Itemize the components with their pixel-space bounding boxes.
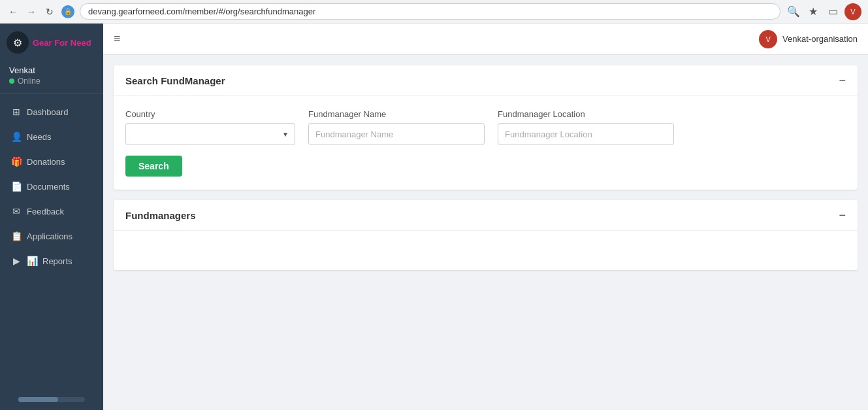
sidebar-item-label: Documents <box>27 182 70 192</box>
reports-icon: 📊 <box>27 256 37 266</box>
browser-chrome: ← → ↻ 🔒 devang.gearforneed.com/member/#/… <box>0 0 868 24</box>
url-bar[interactable]: devang.gearforneed.com/member/#/org/sear… <box>80 3 780 20</box>
forward-button[interactable]: → <box>25 5 38 18</box>
split-view-button[interactable]: ▭ <box>825 4 841 20</box>
search-card-body: Country Fundmanager Name <box>114 96 858 190</box>
fundmanagers-card-header: Fundmanagers − <box>114 200 858 231</box>
fundmanagers-card-body <box>114 231 858 270</box>
back-button[interactable]: ← <box>7 5 20 18</box>
dashboard-icon: ⊞ <box>11 107 22 117</box>
fundmanagers-card: Fundmanagers − <box>114 200 858 270</box>
content-below <box>114 281 858 410</box>
sidebar-username: Venkat <box>9 65 94 75</box>
donations-icon: 🎁 <box>11 156 22 167</box>
sidebar-item-label: Donations <box>27 157 65 167</box>
expand-icon: ▶ <box>11 256 22 266</box>
sidebar-status: Online <box>9 77 94 86</box>
search-fundmanager-card: Search FundManager − Country <box>114 65 858 190</box>
hamburger-button[interactable]: ≡ <box>114 32 121 46</box>
applications-icon: 📋 <box>11 231 22 241</box>
fundmanager-location-label: Fundmanager Location <box>498 109 674 119</box>
fundmanager-name-group: Fundmanager Name <box>308 109 485 145</box>
main-content: Search FundManager − Country <box>103 55 868 410</box>
fundmanager-name-input[interactable] <box>308 123 485 145</box>
header-user-avatar: V <box>759 30 777 48</box>
sidebar-logo: ⚙ Gear For Need <box>0 24 103 61</box>
sidebar-item-needs[interactable]: 👤 Needs <box>0 124 103 149</box>
reload-button[interactable]: ↻ <box>43 5 56 18</box>
sidebar: ⚙ Gear For Need Venkat Online ⊞ Dashboar… <box>0 24 103 410</box>
sidebar-item-applications[interactable]: 📋 Applications <box>0 224 103 248</box>
sidebar-item-reports[interactable]: ▶ 📊 Reports <box>0 248 103 273</box>
header-user: V Venkat-organisation <box>759 30 858 48</box>
sidebar-nav: ⊞ Dashboard 👤 Needs 🎁 Donations 📄 Docume… <box>0 99 103 273</box>
security-icon: 🔒 <box>61 5 74 18</box>
search-form-row: Country Fundmanager Name <box>125 109 846 145</box>
sidebar-item-donations[interactable]: 🎁 Donations <box>0 149 103 174</box>
fundmanager-name-label: Fundmanager Name <box>308 109 485 119</box>
header-user-name: Venkat-organisation <box>782 34 858 44</box>
fundmanager-location-input[interactable] <box>498 123 674 145</box>
fundmanagers-card-title: Fundmanagers <box>125 210 196 221</box>
sidebar-item-label: Needs <box>27 132 52 142</box>
needs-icon: 👤 <box>11 131 22 142</box>
browser-profile-avatar[interactable]: V <box>844 3 861 20</box>
sidebar-item-label: Reports <box>42 256 72 266</box>
fundmanager-location-group: Fundmanager Location <box>498 109 674 145</box>
sidebar-item-label: Dashboard <box>27 107 69 117</box>
star-button[interactable]: ★ <box>805 4 821 20</box>
sidebar-item-label: Feedback <box>27 207 64 216</box>
sidebar-item-documents[interactable]: 📄 Documents <box>0 174 103 199</box>
search-button[interactable]: Search <box>125 156 182 177</box>
sidebar-user-info: Venkat Online <box>0 61 103 94</box>
logo-text: Gear For Need <box>33 38 91 48</box>
sidebar-scrollbar[interactable] <box>18 397 85 402</box>
sidebar-item-feedback[interactable]: ✉ Feedback <box>0 199 103 224</box>
status-indicator <box>9 78 14 84</box>
search-card-title: Search FundManager <box>125 75 225 86</box>
country-form-group: Country <box>125 109 295 145</box>
search-card-collapse-button[interactable]: − <box>839 75 846 86</box>
search-card-header: Search FundManager − <box>114 65 858 96</box>
sidebar-item-dashboard[interactable]: ⊞ Dashboard <box>0 99 103 124</box>
country-select[interactable] <box>125 123 295 145</box>
fundmanagers-card-collapse-button[interactable]: − <box>839 209 846 221</box>
country-label: Country <box>125 109 295 119</box>
top-header: ≡ V Venkat-organisation <box>103 24 868 55</box>
zoom-button[interactable]: 🔍 <box>786 4 801 20</box>
country-select-wrapper <box>125 123 295 145</box>
sidebar-item-label: Applications <box>27 231 72 241</box>
logo-icon: ⚙ <box>7 31 29 54</box>
documents-icon: 📄 <box>11 181 22 192</box>
feedback-icon: ✉ <box>11 206 22 216</box>
